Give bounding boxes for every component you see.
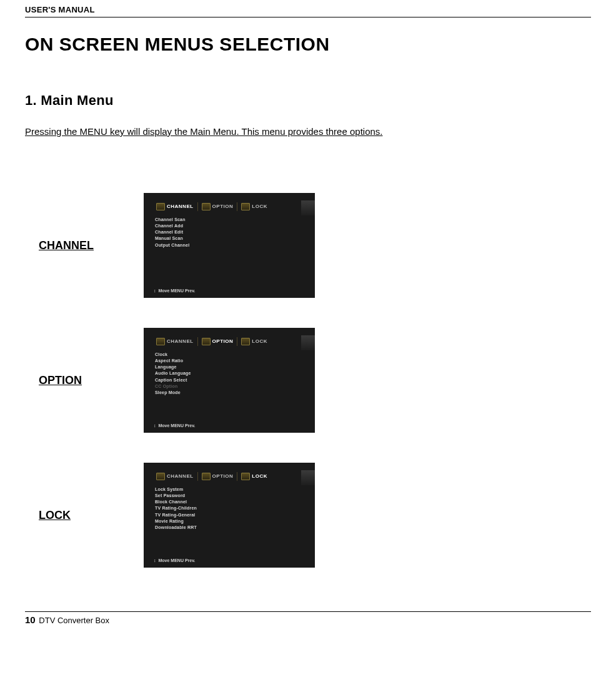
menu-item: TV Rating-General: [155, 512, 315, 518]
osd-items: Lock System Set Password Block Channel T…: [155, 486, 315, 531]
osd-tabs: CHANNEL OPTION LOCK: [144, 200, 315, 213]
intro-text: Pressing the MENU key will display the M…: [25, 126, 591, 137]
gear-icon: [202, 338, 211, 345]
menu-item: Sleep Mode: [155, 390, 315, 396]
tab-option: OPTION: [198, 337, 237, 347]
osd-tabs: CHANNEL OPTION LOCK: [144, 335, 315, 348]
tab-option-label: OPTION: [212, 338, 234, 344]
tab-channel-label: CHANNEL: [167, 338, 194, 344]
tab-option: OPTION: [198, 202, 237, 212]
label-channel: CHANNEL: [25, 239, 144, 252]
menu-item: Channel Add: [155, 223, 315, 229]
tv-icon: [156, 203, 165, 210]
menu-item: Audio Language: [155, 370, 315, 377]
osd-hint: ↕Move MENU Prev.: [154, 288, 196, 293]
updown-arrow-icon: ↕: [154, 423, 156, 428]
lock-icon: [241, 338, 250, 345]
menu-item: Clock: [155, 352, 315, 358]
tab-lock: LOCK: [237, 471, 271, 481]
tab-channel: CHANNEL: [152, 202, 197, 212]
osd-items: Clock Aspect Ratio Language Audio Langua…: [155, 352, 315, 396]
osd-hint: ↕Move MENU Prev.: [154, 558, 196, 563]
menu-item: Lock System: [155, 486, 315, 493]
menu-item: Aspect Ratio: [155, 358, 315, 364]
header: USER'S MANUAL: [25, 0, 591, 14]
osd-hint: ↕Move MENU Prev.: [154, 423, 196, 428]
menu-item: Movie Rating: [155, 518, 315, 525]
tv-icon: [156, 473, 165, 480]
row-option: OPTION CHANNEL OPTION LOCK Clock Aspect …: [25, 328, 591, 433]
section-heading: 1. Main Menu: [25, 92, 591, 109]
updown-arrow-icon: ↕: [154, 288, 156, 293]
page-title: ON SCREEN MENUS SELECTION: [25, 34, 591, 55]
label-lock: LOCK: [25, 509, 144, 522]
menu-item: Block Channel: [155, 499, 315, 505]
osd-items: Channel Scan Channel Add Channel Edit Ma…: [155, 217, 315, 249]
tab-lock-label: LOCK: [252, 204, 267, 209]
hint-text: Move MENU Prev.: [159, 288, 196, 293]
osd-tabs: CHANNEL OPTION LOCK: [144, 470, 315, 483]
header-rule: [25, 17, 591, 17]
label-option: OPTION: [25, 374, 144, 387]
tab-lock-label: LOCK: [252, 338, 267, 344]
menu-item: Channel Scan: [155, 217, 315, 223]
menu-item: Set Password: [155, 493, 315, 499]
tab-lock-label: LOCK: [252, 473, 267, 479]
menu-item: Manual Scan: [155, 235, 315, 242]
tv-icon: [156, 338, 165, 345]
tab-lock: LOCK: [237, 337, 271, 347]
osd-corner: [301, 470, 315, 485]
tab-option-label: OPTION: [212, 473, 234, 479]
osd-option: CHANNEL OPTION LOCK Clock Aspect Ratio L…: [144, 328, 315, 433]
hint-text: Move MENU Prev.: [159, 423, 196, 428]
footer-product: DTV Converter Box: [39, 616, 109, 625]
menu-item: Caption Select: [155, 377, 315, 383]
tab-option: OPTION: [198, 471, 237, 481]
lock-icon: [241, 203, 250, 210]
menu-item: Downloadable RRT: [155, 525, 315, 531]
gear-icon: [202, 473, 211, 480]
footer: 10 DTV Converter Box: [25, 614, 591, 638]
lock-icon: [241, 473, 250, 480]
tab-channel-label: CHANNEL: [167, 473, 194, 479]
menu-item: Channel Edit: [155, 229, 315, 235]
osd-channel: CHANNEL OPTION LOCK Channel Scan Channel…: [144, 193, 315, 298]
tab-lock: LOCK: [237, 202, 271, 212]
tab-channel: CHANNEL: [152, 337, 197, 347]
hint-text: Move MENU Prev.: [159, 558, 196, 563]
menu-item: TV Rating-Children: [155, 505, 315, 511]
menu-item: Output Channel: [155, 242, 315, 249]
footer-rule: [25, 611, 591, 612]
osd-lock: CHANNEL OPTION LOCK Lock System Set Pass…: [144, 463, 315, 568]
osd-corner: [301, 200, 315, 215]
osd-corner: [301, 335, 315, 350]
tab-channel: CHANNEL: [152, 471, 197, 481]
menu-item: Language: [155, 364, 315, 370]
row-channel: CHANNEL CHANNEL OPTION LOCK Channel Scan…: [25, 193, 591, 298]
gear-icon: [202, 203, 211, 210]
tab-option-label: OPTION: [212, 204, 234, 209]
row-lock: LOCK CHANNEL OPTION LOCK Lock System Set…: [25, 463, 591, 568]
page-number: 10: [25, 614, 36, 625]
updown-arrow-icon: ↕: [154, 558, 156, 563]
menu-item-disabled: CC Option: [155, 383, 315, 390]
tab-channel-label: CHANNEL: [167, 204, 194, 209]
